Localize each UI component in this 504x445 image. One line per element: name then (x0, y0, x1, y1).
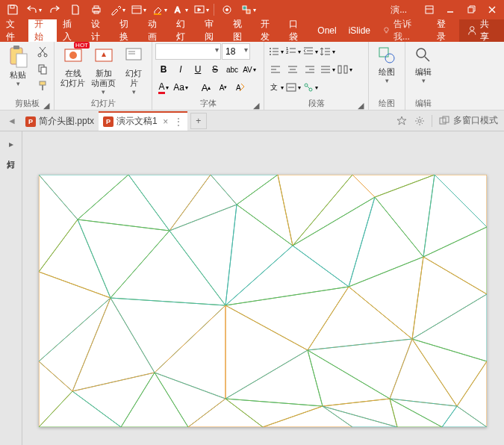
undo-button[interactable]: ▾ (24, 1, 43, 18)
font-size-select[interactable] (222, 43, 250, 60)
save-button[interactable] (3, 1, 22, 18)
group-slides: HOT 在线 幻灯片 新加 动画页 ▾ 幻灯 片 ▾ 幻灯片 (55, 42, 152, 110)
tab-view[interactable]: 视图 (227, 19, 255, 42)
align-left-button[interactable] (267, 61, 284, 78)
layout-button[interactable]: ▾ (128, 1, 148, 18)
slideshow-qat-button[interactable]: ▾ (191, 1, 211, 18)
login-button[interactable]: 登录 (431, 19, 459, 42)
paste-button[interactable]: 粘贴 ▾ (3, 43, 33, 89)
svg-rect-11 (243, 6, 246, 10)
shapes-qat-button[interactable]: ▾ (238, 1, 258, 18)
svg-rect-28 (41, 67, 46, 74)
tab-insert[interactable]: 插入 (57, 19, 85, 42)
new-tab-button[interactable]: + (190, 113, 207, 129)
doc-tab-1-label: 简介头图.pptx (39, 115, 94, 128)
eyedropper-button[interactable]: ▾ (108, 1, 127, 18)
clipboard-launcher[interactable]: ◢ (42, 101, 51, 110)
tab-review[interactable]: 审阅 (199, 19, 227, 42)
drawing-button[interactable]: 绘图 ▾ (372, 43, 402, 86)
new-doc-button[interactable] (66, 1, 85, 18)
touch-mode-button[interactable] (217, 1, 237, 18)
tab-file[interactable]: 文件 (0, 19, 28, 42)
text-direction-button[interactable]: 文▾ (267, 79, 284, 96)
paragraph-label: 段落 (308, 99, 325, 108)
close-button[interactable] (483, 1, 501, 18)
tab-pocket[interactable]: 口袋 (283, 19, 311, 42)
tab-transitions[interactable]: 切换 (113, 19, 142, 42)
align-text-button[interactable]: ▾ (284, 79, 301, 96)
ribbon-options-button[interactable] (420, 1, 438, 18)
title-bar: ▾ ▾ ▾ ▾ A▾ ▾ ▾ 演... (0, 0, 504, 19)
more-icon[interactable]: ⋮ (174, 116, 183, 127)
tab-design[interactable]: 设计 (85, 19, 113, 42)
svg-line-77 (425, 57, 429, 61)
smartart-button[interactable]: ▾ (302, 79, 318, 96)
doc-tab-1[interactable]: P 简介头图.pptx (21, 111, 99, 131)
close-icon[interactable]: × (161, 116, 171, 127)
tab-islide[interactable]: iSlide (343, 19, 376, 42)
tab-animations[interactable]: 动画 (142, 19, 170, 42)
settings-button[interactable] (414, 115, 426, 127)
slide-canvas[interactable] (22, 131, 504, 445)
font-label: 字体 (200, 99, 217, 108)
magic-button[interactable] (396, 115, 408, 127)
numbering-button[interactable]: 12▾ (284, 43, 301, 60)
tell-me-label: 告诉我... (393, 18, 425, 43)
cut-button[interactable] (34, 43, 51, 60)
bold-button[interactable]: B (155, 61, 172, 78)
copy-button[interactable] (34, 60, 51, 77)
ppt-icon: P (25, 116, 36, 127)
change-case-button[interactable]: Aa▾ (172, 79, 189, 96)
font-family-select[interactable] (155, 43, 221, 60)
format-painter-button[interactable] (34, 78, 51, 94)
new-slide-button[interactable]: 幻灯 片 ▾ (119, 43, 149, 97)
editing-label: 编辑 (415, 67, 432, 77)
svg-point-75 (385, 54, 394, 63)
para-launcher[interactable]: ◢ (356, 101, 365, 110)
clear-format-button[interactable]: A (232, 79, 249, 96)
editing-button[interactable]: 编辑 ▾ (408, 43, 438, 86)
tab-slideshow[interactable]: 幻灯 (170, 19, 199, 42)
doc-tab-2[interactable]: P 演示文稿1 × ⋮ (99, 111, 187, 131)
fill-button[interactable]: ▾ (149, 1, 169, 18)
ribbon: 粘贴 ▾ 剪贴板◢ HOT 在线 幻灯片 新加 动画页 ▾ (0, 42, 504, 111)
new-anim-button[interactable]: 新加 动画页 ▾ (88, 43, 119, 97)
shadow-button[interactable]: abc (224, 61, 240, 78)
svg-point-76 (417, 49, 426, 57)
print-button[interactable] (87, 1, 106, 18)
svg-rect-66 (338, 66, 341, 73)
tell-me[interactable]: 告诉我... (376, 19, 431, 42)
grow-font-button[interactable]: A▴ (198, 79, 214, 96)
font-color-button[interactable]: A▾ (155, 79, 172, 96)
slide-icon (122, 45, 145, 67)
underline-button[interactable]: U (190, 61, 206, 78)
window-controls (420, 1, 501, 18)
strikethrough-button[interactable]: S (207, 61, 223, 78)
slide-1[interactable] (39, 175, 487, 427)
bullets-button[interactable]: ▾ (267, 43, 284, 60)
tab-developer[interactable]: 开发 (255, 19, 283, 42)
italic-button[interactable]: I (172, 61, 189, 78)
dec-indent-button[interactable]: ▾ (302, 43, 318, 60)
tab-home[interactable]: 开始 (28, 19, 57, 42)
font-qat-button[interactable]: A▾ (170, 1, 190, 18)
justify-button[interactable]: ▾ (319, 61, 335, 78)
doc-back-button[interactable]: ◄ (3, 113, 21, 129)
redo-button[interactable] (45, 1, 64, 18)
minimize-button[interactable] (441, 1, 459, 18)
shrink-font-button[interactable]: A▾ (215, 79, 231, 96)
multi-window-button[interactable]: 多窗口模式 (438, 114, 498, 127)
line-spacing-button[interactable]: ▾ (319, 43, 335, 60)
svg-point-42 (270, 54, 271, 55)
panel-toggle[interactable]: ▸ (9, 139, 13, 149)
font-launcher[interactable]: ◢ (252, 101, 261, 110)
columns-button[interactable]: ▾ (336, 61, 352, 78)
restore-button[interactable] (462, 1, 480, 18)
ribbon-tabs: 文件 开始 插入 设计 切换 动画 幻灯 审阅 视图 开发 口袋 Onel iS… (0, 19, 504, 42)
align-center-button[interactable] (284, 61, 301, 78)
tab-onekey[interactable]: Onel (311, 19, 342, 42)
align-right-button[interactable] (302, 61, 318, 78)
char-spacing-button[interactable]: AV▾ (241, 61, 258, 78)
share-button[interactable]: 共享 (459, 19, 504, 42)
online-slides-button[interactable]: HOT 在线 幻灯片 (57, 43, 88, 90)
